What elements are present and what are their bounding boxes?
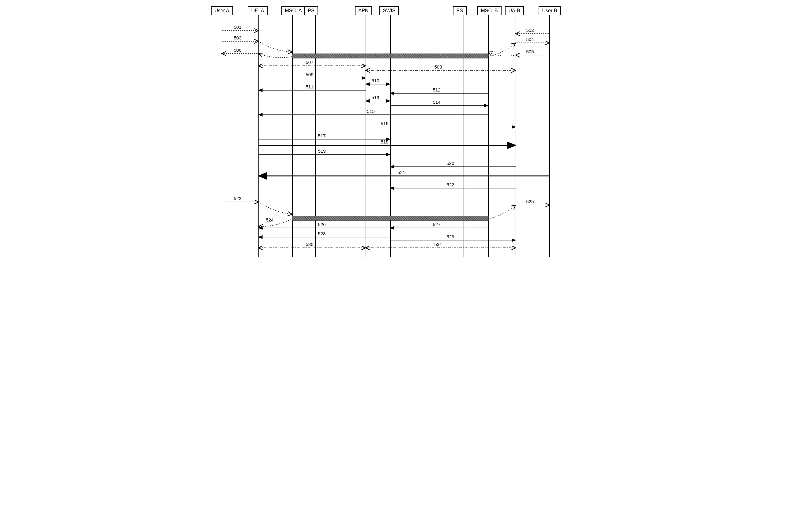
message-label-524: 524 [266, 217, 274, 222]
message-label-526: 526 [318, 222, 326, 227]
lifeline-mscB [488, 15, 489, 257]
lifeline-ueA [258, 15, 259, 257]
message-label-508: 508 [435, 64, 442, 69]
participant-ueA: UE_A [248, 6, 268, 15]
sequence-diagram: User AUE_AMSC_APSAPNSWISPSMSC_BUA-BUser … [209, 6, 577, 257]
message-label-523: 523 [234, 196, 241, 201]
message-label-518: 518 [381, 139, 389, 144]
message-label-522: 522 [447, 182, 455, 187]
participant-swis: SWIS [379, 6, 399, 15]
lifeline-apn [366, 15, 366, 257]
message-label-503: 503 [234, 35, 241, 40]
message-label-502: 502 [526, 27, 534, 33]
message-label-512: 512 [433, 87, 441, 92]
message-label-528: 528 [318, 231, 326, 236]
message-label-520: 520 [447, 161, 455, 166]
message-label-517: 517 [318, 133, 326, 138]
participant-mscA: MSC_A [281, 6, 306, 15]
participant-ps1: PS [304, 6, 318, 15]
lifeline-swis [390, 15, 391, 257]
curved-524 [258, 219, 292, 226]
message-label-501: 501 [234, 24, 241, 30]
message-label-530: 530 [306, 242, 314, 247]
message-label-521: 521 [398, 170, 406, 175]
curved-506c [258, 53, 292, 57]
message-label-514: 514 [433, 99, 441, 105]
message-label-511: 511 [306, 84, 314, 89]
message-label-515: 515 [367, 108, 375, 114]
participant-userA: User A [211, 6, 233, 15]
message-label-504: 504 [526, 37, 534, 42]
participant-mscB: MSC_B [477, 6, 502, 15]
lifeline-uab [516, 15, 516, 257]
message-label-527: 527 [433, 222, 441, 227]
participant-uab: UA-B [505, 6, 524, 15]
message-label-529: 529 [447, 234, 455, 239]
curved-523c [258, 202, 292, 214]
lifeline-userB [549, 15, 550, 257]
message-label-509: 509 [306, 72, 314, 77]
message-label-505: 505 [526, 49, 534, 54]
message-label-525: 525 [526, 199, 534, 204]
activation-bar [292, 53, 489, 58]
participant-ps2: PS [453, 6, 467, 15]
lifeline-mscA [292, 15, 293, 257]
curved-525c [488, 205, 516, 219]
lifeline-userA [222, 15, 222, 257]
message-label-510: 510 [372, 78, 379, 83]
curved-503c [258, 41, 292, 52]
participant-apn: APN [355, 6, 372, 15]
message-label-531: 531 [435, 242, 442, 247]
activation-bar [292, 216, 489, 221]
curved-505c [488, 52, 516, 56]
message-label-516: 516 [381, 121, 389, 126]
curved-504c [488, 43, 516, 56]
message-label-519: 519 [318, 148, 326, 153]
message-label-513: 513 [372, 95, 379, 100]
participant-userB: User B [538, 6, 561, 15]
lifeline-ps1 [315, 15, 316, 257]
message-label-507: 507 [306, 59, 314, 65]
message-label-506: 506 [234, 47, 241, 53]
lifeline-ps2 [464, 15, 464, 257]
